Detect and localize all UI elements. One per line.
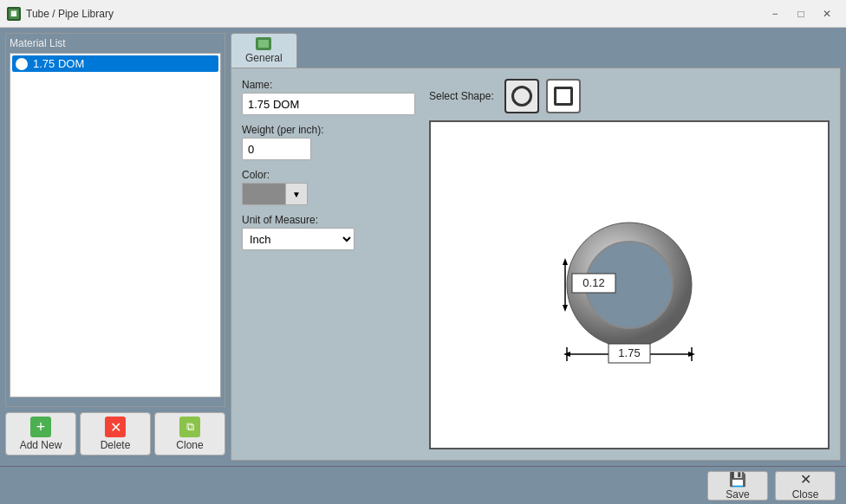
color-field-label: Color: [242,169,415,181]
weight-field-label: Weight (per inch): [242,124,415,136]
clone-button[interactable]: ⧉ Clone [154,412,225,456]
diagram-box: 0.12 1.75 [429,120,830,449]
tab-general-label: General [245,52,283,64]
pipe-svg: 0.12 1.75 [543,203,716,367]
shape-selector-row: Select Shape: [429,79,830,113]
close-label: Close [792,488,819,501]
left-panel: Material List 1.75 DOM + Add New ✕ Delet… [0,28,225,466]
save-icon: 💾 [729,471,746,488]
clone-icon: ⧉ [179,417,200,437]
unit-field-group: Unit of Measure: Inch Metric [242,214,415,250]
name-field-group: Name: [242,79,415,115]
save-button[interactable]: 💾 Save [707,471,768,501]
form-panel: Name: Weight (per inch): Color: ▼ Unit o… [231,68,841,461]
svg-marker-4 [563,258,568,265]
delete-icon: ✕ [105,417,126,437]
square-icon [554,87,573,106]
bottom-buttons: + Add New ✕ Delete ⧉ Clone [5,407,225,461]
material-list-box[interactable]: 1.75 DOM [10,53,221,397]
select-shape-label: Select Shape: [429,90,494,102]
shape-circle-button[interactable] [504,79,539,113]
weight-field-group: Weight (per inch): [242,124,415,160]
close-button[interactable]: ✕ Close [775,471,836,501]
window-title: Tube / Pipe Library [26,8,763,20]
maximize-button[interactable]: □ [789,5,813,23]
app-icon: ▦ [7,7,21,21]
minimize-button[interactable]: − [763,5,787,23]
color-picker-row: ▼ [242,183,415,205]
unit-select[interactable]: Inch Metric [242,228,355,250]
material-list-label: Material List [10,37,221,49]
material-list-group: Material List 1.75 DOM [5,33,225,407]
close-icon: ✕ [800,471,811,488]
name-field-label: Name: [242,79,415,91]
radio-icon [16,58,28,70]
shape-square-button[interactable] [546,79,581,113]
close-window-button[interactable]: ✕ [815,5,839,23]
color-field-group: Color: ▼ [242,169,415,205]
svg-text:0.12: 0.12 [582,276,604,289]
main-content: Material List 1.75 DOM + Add New ✕ Delet… [0,28,846,466]
window-controls: − □ ✕ [763,5,839,23]
add-new-button[interactable]: + Add New [5,412,76,456]
right-panel: General Name: Weight (per inch): Color: [225,28,846,466]
tab-general[interactable]: General [231,33,297,68]
shape-area: Select Shape: [429,79,830,449]
form-fields: Name: Weight (per inch): Color: ▼ Unit o… [242,79,415,449]
circle-icon [511,86,532,107]
name-input[interactable] [242,93,415,115]
title-bar: ▦ Tube / Pipe Library − □ ✕ [0,0,846,28]
unit-field-label: Unit of Measure: [242,214,415,226]
color-swatch[interactable] [242,183,285,205]
delete-button[interactable]: ✕ Delete [80,412,151,456]
material-item-label: 1.75 DOM [33,57,84,70]
svg-text:1.75: 1.75 [618,346,640,359]
weight-input[interactable] [242,138,311,160]
color-dropdown-button[interactable]: ▼ [285,183,308,205]
tab-general-icon [256,37,271,50]
save-label: Save [726,488,749,501]
tabs-area: General [231,33,841,68]
footer-bar: 💾 Save ✕ Close [0,466,846,504]
svg-marker-5 [563,305,568,312]
material-item[interactable]: 1.75 DOM [12,55,218,72]
add-icon: + [30,417,51,437]
